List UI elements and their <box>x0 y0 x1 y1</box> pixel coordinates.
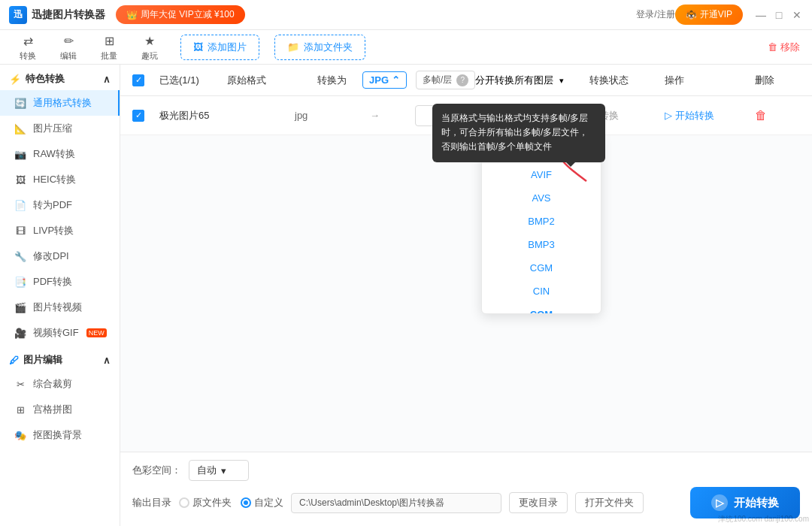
bottom-bar: 色彩空间： 自动 ▾ 输出目录 原文件夹 自定义 <box>120 452 812 526</box>
add-folder-icon: 📁 <box>287 41 299 53</box>
tool-play[interactable]: ★ 趣玩 <box>134 29 165 65</box>
vip-icon: 🐯 <box>686 10 697 20</box>
add-image-icon: 🖼 <box>193 41 203 53</box>
title-actions: 登录/注册 <box>636 8 674 21</box>
tool-play-label: 趣玩 <box>141 50 158 62</box>
color-value: 自动 <box>197 464 217 477</box>
radio-custom[interactable]: 自定义 <box>241 496 283 509</box>
batch-icon: ⊞ <box>101 32 117 49</box>
sidebar-item-pdf[interactable]: 📄 转为PDF <box>0 192 120 218</box>
output-path: C:\Users\admin\Desktop\图片转换器 <box>291 493 501 513</box>
select-all-checkbox[interactable]: ✓ <box>132 74 144 86</box>
sidebar-item-grid[interactable]: ⊞ 宫格拼图 <box>0 397 120 422</box>
maximize-button[interactable]: □ <box>773 9 785 21</box>
login-link[interactable]: 登录/注册 <box>636 8 674 21</box>
sidebar-general-label: 通用格式转换 <box>33 96 92 110</box>
format-selector-area: JPG ⌃ 多帧/层 ? <box>362 71 475 89</box>
row-checkbox[interactable]: ✓ <box>132 110 159 122</box>
edit-section-icon: 🖊 <box>9 355 19 366</box>
radio-custom-dot <box>241 497 251 508</box>
livp-icon: 🎞 <box>14 224 27 237</box>
change-dir-label: 更改目录 <box>519 497 558 508</box>
big-start-icon: ▷ <box>711 494 728 511</box>
dropdown-cin-label: CIN <box>533 286 550 297</box>
sidebar-item-compress[interactable]: 📐 图片压缩 <box>0 116 120 141</box>
dropdown-item-com[interactable]: COM <box>482 303 601 313</box>
sidebar-item-general[interactable]: 🔄 通用格式转换 <box>0 90 120 116</box>
radio-src-folder[interactable]: 原文件夹 <box>179 496 232 509</box>
pdf2-icon: 📑 <box>14 275 27 289</box>
crown-icon: 👑 <box>126 10 138 20</box>
format-selector[interactable]: JPG ⌃ <box>362 71 407 89</box>
sidebar-item-video[interactable]: 🎬 图片转视频 <box>0 295 120 320</box>
sidebar-item-dpi[interactable]: 🔧 修改DPI <box>0 243 120 269</box>
row-select-checkbox[interactable]: ✓ <box>132 110 144 122</box>
radio-group: 原文件夹 自定义 <box>179 496 283 509</box>
tool-batch[interactable]: ⊞ 批量 <box>93 29 125 65</box>
tool-edit[interactable]: ✏ 编辑 <box>53 29 84 65</box>
add-folder-button[interactable]: 📁 添加文件夹 <box>274 35 365 60</box>
dropdown-item-bmp2[interactable]: BMP2 <box>482 210 601 233</box>
row-delete: 🗑 <box>755 109 800 122</box>
format-dropdown-icon: ⌃ <box>392 74 400 86</box>
output-label: 输出目录 <box>132 496 171 509</box>
dropdown-item-avs[interactable]: AVS <box>482 186 601 210</box>
dropdown-avs-label: AVS <box>532 192 550 204</box>
sidebar-item-raw[interactable]: 📷 RAW转换 <box>0 141 120 167</box>
sidebar-matting-label: 抠图换背景 <box>33 428 82 442</box>
start-convert-button[interactable]: ▷ 开始转换 <box>665 109 755 122</box>
remove-button[interactable]: 🗑 移除 <box>768 41 800 54</box>
sidebar-dpi-label: 修改DPI <box>33 249 69 263</box>
sidebar-item-livp[interactable]: 🎞 LIVP转换 <box>0 218 120 243</box>
color-select[interactable]: 自动 ▾ <box>189 460 249 481</box>
sidebar: ⚡ 特色转换 ∧ 🔄 通用格式转换 📐 图片压缩 📷 RAW转换 🖼 HEIC转… <box>0 65 120 526</box>
color-dropdown-icon: ▾ <box>221 465 226 476</box>
sidebar-item-heic[interactable]: 🖼 HEIC转换 <box>0 167 120 192</box>
header-delete: 删除 <box>755 74 800 87</box>
sidebar-section-special[interactable]: ⚡ 特色转换 ∧ <box>0 65 120 90</box>
minimize-button[interactable]: — <box>755 9 767 21</box>
dropdown-item-bmp3[interactable]: BMP3 <box>482 233 601 256</box>
split-dropdown-icon: ▾ <box>559 76 564 85</box>
title-bar: 迅 迅捷图片转换器 👑 周年大促 VIP立减 ¥100 登录/注册 🐯 开通VI… <box>0 0 812 30</box>
layers-button[interactable]: 多帧/层 ? <box>416 71 475 89</box>
app-title: 迅捷图片转换器 <box>32 8 105 22</box>
sidebar-livp-label: LIVP转换 <box>33 224 74 237</box>
remove-label: 移除 <box>780 41 800 54</box>
video-icon: 🎬 <box>14 301 27 314</box>
sidebar-section-edit[interactable]: 🖊 图片编辑 ∧ <box>0 346 120 371</box>
radio-custom-label: 自定义 <box>254 496 283 509</box>
heic-icon: 🖼 <box>14 173 27 186</box>
vip-button[interactable]: 🐯 开通VIP <box>675 5 743 25</box>
dropdown-item-cin[interactable]: CIN <box>482 280 601 303</box>
sidebar-item-pdf2[interactable]: 📑 PDF转换 <box>0 269 120 295</box>
logo-icon: 迅 <box>9 6 27 24</box>
dropdown-bmp2-label: BMP2 <box>528 216 554 227</box>
close-button[interactable]: ✕ <box>791 9 803 21</box>
tool-convert-label: 转换 <box>20 50 36 62</box>
split-label: 分开转换所有图层 <box>475 74 553 86</box>
layers-label: 多帧/层 <box>423 74 452 86</box>
matting-icon: 🎭 <box>14 428 27 442</box>
radio-src-dot <box>179 497 189 508</box>
promo-badge[interactable]: 👑 周年大促 VIP立减 ¥100 <box>116 5 245 24</box>
sidebar-item-matting[interactable]: 🎭 抠图换背景 <box>0 422 120 448</box>
sidebar-gif-label: 视频转GIF <box>33 326 79 340</box>
window-controls: — □ ✕ <box>755 9 803 21</box>
delete-icon[interactable]: 🗑 <box>755 109 767 122</box>
tool-convert[interactable]: ⇄ 转换 <box>12 29 44 65</box>
change-dir-button[interactable]: 更改目录 <box>509 492 568 513</box>
content-area: ✓ 已选(1/1) 原始格式 转换为 JPG ⌃ 多帧/层 ? 分开转换所有图层… <box>120 65 812 526</box>
dropdown-cgm-label: CGM <box>530 262 553 274</box>
collapse-edit-icon: ∧ <box>103 355 111 366</box>
sidebar-item-gif[interactable]: 🎥 视频转GIF NEW <box>0 320 120 346</box>
dropdown-item-cgm[interactable]: CGM <box>482 256 601 280</box>
open-folder-button[interactable]: 打开文件夹 <box>575 492 644 513</box>
add-image-button[interactable]: 🖼 添加图片 <box>180 35 259 60</box>
output-row: 输出目录 原文件夹 自定义 C:\Users\admin\Desktop\图片转… <box>132 487 800 518</box>
header-checkbox[interactable]: ✓ <box>132 74 159 86</box>
sidebar-item-crop[interactable]: ✂ 综合裁剪 <box>0 371 120 397</box>
color-label: 色彩空间： <box>132 464 181 477</box>
help-icon[interactable]: ? <box>456 74 468 86</box>
row-convert-arrow: → <box>370 110 415 121</box>
